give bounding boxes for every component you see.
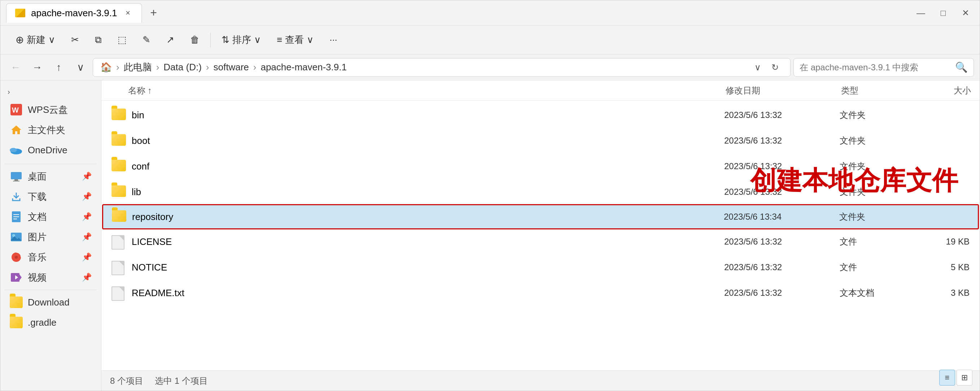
onedrive-icon [10,143,23,157]
main-area: › W WPS云盘 [0,80,980,391]
sidebar-item-gradle[interactable]: .gradle [3,312,99,332]
rename-icon: ✎ [143,34,151,45]
sep3: › [206,62,209,73]
breadcrumb-drive[interactable]: Data (D:) [164,62,201,73]
new-chevron-icon: ∨ [48,34,55,45]
sidebar-item-videos[interactable]: 视频 📌 [3,267,99,288]
view-chevron-icon: ∨ [307,34,313,45]
rename-button[interactable]: ✎ [136,31,157,49]
list-view-button[interactable]: ≡ [939,370,955,386]
table-row[interactable]: README.txt2023/5/6 13:32文本文档3 KB [103,280,978,305]
sidebar-item-desktop[interactable]: 桌面 📌 [3,166,99,186]
table-row[interactable]: LICENSE2023/5/6 13:32文件19 KB [103,229,978,254]
maximize-button[interactable]: □ [935,5,951,21]
minimize-button[interactable]: — [913,5,929,21]
new-tab-button[interactable]: + [145,4,162,22]
view-icon: ≡ [277,34,282,45]
sidebar-item-onedrive[interactable]: OneDrive [3,140,99,160]
folder-tab-icon [15,9,25,17]
file-name: boot [132,135,724,146]
sidebar-item-download-label: Download [28,297,70,308]
col-header-type[interactable]: 类型 [841,85,913,96]
svg-rect-11 [13,219,17,219]
breadcrumb-software[interactable]: software [213,62,248,73]
refresh-button[interactable]: ↻ [767,59,783,75]
active-tab[interactable]: apache-maven-3.9.1 × [6,3,142,23]
new-label: 新建 [27,33,46,46]
new-button[interactable]: ⊕ 新建 ∨ [9,30,62,50]
breadcrumb-computer[interactable]: 此电脑 [124,61,152,73]
file-date: 2023/5/6 13:32 [724,237,840,247]
toolbar-separator [210,33,211,47]
more-icon: ··· [329,34,337,45]
share-icon: ↗ [166,34,174,45]
view-button[interactable]: ≡ 查看 ∨ [270,30,320,50]
table-row[interactable]: NOTICE2023/5/6 13:32文件5 KB [103,255,978,280]
sidebar: › W WPS云盘 [0,80,102,391]
sidebar-item-home[interactable]: 主文件夹 [3,120,99,140]
annotation-text: 创建本地仓库文件 [750,164,958,198]
folder-icon [111,108,126,122]
paste-button[interactable]: ⬚ [111,31,133,49]
sidebar-item-documents[interactable]: 文档 📌 [3,207,99,227]
cut-icon: ✂ [71,34,79,45]
breadcrumb-folder[interactable]: apache-maven-3.9.1 [261,62,347,73]
address-dropdown-button[interactable]: ∨ [750,59,766,75]
view-toggle: ≡ ⊞ [939,370,972,386]
search-box[interactable]: 🔍 [794,58,974,77]
sidebar-item-download-folder[interactable]: Download [3,292,99,312]
svg-rect-7 [13,181,19,181]
file-name: conf [132,161,724,172]
grid-view-button[interactable]: ⊞ [956,370,972,386]
videos-pin-icon: 📌 [82,273,92,282]
image-icon [10,230,23,243]
copy-button[interactable]: ⧉ [88,31,108,49]
sort-button[interactable]: ⇅ 排序 ∨ [215,30,267,50]
close-button[interactable]: ✕ [957,5,974,21]
status-bar: 8 个项目 选中 1 个项目 ≡ ⊞ [102,370,980,391]
file-icon [111,261,126,274]
sep1: › [116,62,119,73]
share-button[interactable]: ↗ [160,31,181,49]
svg-marker-2 [11,126,21,134]
table-row[interactable]: repository2023/5/6 13:34文件夹 [102,204,979,229]
sidebar-item-home-label: 主文件夹 [28,124,65,136]
tab-area: apache-maven-3.9.1 × + [6,0,913,25]
delete-icon: 🗑 [190,34,199,45]
table-row[interactable]: boot2023/5/6 13:32文件夹 [103,128,978,153]
forward-button[interactable]: → [28,58,46,77]
sidebar-item-music[interactable]: 音乐 📌 [3,247,99,267]
sidebar-group-expand[interactable]: › [0,84,101,100]
file-type: 文件 [840,262,912,273]
file-name: NOTICE [132,262,724,273]
sidebar-item-wps[interactable]: W WPS云盘 [3,100,99,120]
sidebar-item-pictures-label: 图片 [28,231,46,243]
col-header-size[interactable]: 大小 [913,85,971,96]
search-input[interactable] [800,62,951,73]
search-icon: 🔍 [955,61,968,73]
cut-button[interactable]: ✂ [65,31,86,49]
new-icon: ⊕ [16,34,24,46]
back-button[interactable]: ← [6,58,25,77]
file-name: repository [132,211,724,223]
view-label: 查看 [285,33,304,46]
up-button[interactable]: ↑ [49,58,68,77]
breadcrumb-home-icon: 🏠 [100,62,112,73]
tab-close-button[interactable]: × [123,8,133,18]
file-size: 5 KB [912,262,969,272]
delete-button[interactable]: 🗑 [184,31,206,49]
col-header-name[interactable]: 名称 ↑ [128,85,725,96]
sidebar-item-downloads[interactable]: 下载 📌 [3,186,99,207]
table-row[interactable]: bin2023/5/6 13:32文件夹 [103,102,978,128]
address-bar[interactable]: 🏠 › 此电脑 › Data (D:) › software › apache-… [93,58,791,77]
sidebar-item-pictures[interactable]: 图片 📌 [3,227,99,247]
svg-text:W: W [12,106,19,114]
address-bar-row: ← → ↑ ∨ 🏠 › 此电脑 › Data (D:) › software ›… [0,54,980,80]
file-area: 名称 ↑ 修改日期 类型 大小 bin2023/5/6 13:32文件夹boot… [102,80,980,391]
col-header-date[interactable]: 修改日期 [725,85,841,96]
folder-icon [111,185,126,199]
window-controls: — □ ✕ [913,5,974,21]
copy-icon: ⧉ [95,34,102,45]
recent-button[interactable]: ∨ [71,58,90,77]
more-button[interactable]: ··· [323,31,344,49]
